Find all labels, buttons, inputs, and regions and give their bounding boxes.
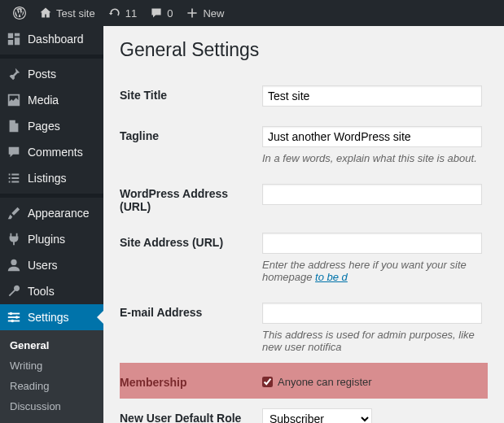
menu-listings[interactable]: Listings (0, 165, 103, 191)
page-title: General Settings (120, 39, 488, 61)
menu-label: Pages (28, 120, 60, 133)
svg-point-4 (10, 312, 13, 316)
brush-icon (7, 206, 21, 220)
update-icon (108, 7, 121, 20)
menu-label: Dashboard (28, 33, 84, 46)
wp-logo[interactable] (7, 7, 33, 20)
comments-count: 0 (167, 7, 173, 20)
row-tagline: Tagline In a few words, explain what thi… (120, 116, 488, 174)
svg-point-0 (11, 259, 16, 265)
comment-icon (150, 7, 163, 20)
label-email: E-mail Address (120, 303, 262, 319)
new-link[interactable]: New (179, 7, 230, 20)
plug-icon (7, 232, 21, 246)
menu-comments[interactable]: Comments (0, 139, 103, 165)
menu-media[interactable]: Media (0, 87, 103, 113)
admin-sidebar: Dashboard Posts Media Pages Comments Lis… (0, 26, 103, 423)
submenu-media[interactable]: Media (0, 416, 103, 423)
submenu-reading[interactable]: Reading (0, 376, 103, 396)
cb-label-membership: Anyone can register (278, 376, 372, 388)
home-icon (39, 7, 52, 20)
menu-users[interactable]: Users (0, 252, 103, 278)
link-site-url-help[interactable]: to be d (315, 271, 348, 283)
label-wp-url: WordPress Address (URL) (120, 184, 262, 213)
select-default-role[interactable]: Subscriber (262, 408, 372, 423)
menu-label: Settings (28, 311, 69, 324)
desc-email: This address is used for admin purposes,… (262, 329, 488, 353)
input-tagline[interactable] (262, 126, 482, 147)
media-icon (7, 93, 21, 107)
menu-appearance[interactable]: Appearance (0, 200, 103, 226)
main-content: General Settings Site Title Tagline In a… (103, 26, 504, 423)
dashboard-icon (7, 32, 21, 46)
menu-tools[interactable]: Tools (0, 278, 103, 304)
menu-separator (0, 55, 103, 59)
label-site-title: Site Title (120, 85, 262, 102)
submenu-writing[interactable]: Writing (0, 355, 103, 376)
comments-icon (7, 145, 21, 159)
pin-icon (7, 67, 21, 81)
menu-posts[interactable]: Posts (0, 61, 103, 87)
page-icon (7, 119, 21, 133)
admin-bar: Test site 11 0 New (0, 0, 504, 26)
label-membership: Membership (120, 373, 262, 389)
menu-label: Comments (28, 146, 83, 159)
wrench-icon (7, 284, 21, 299)
plus-icon (186, 7, 199, 20)
new-label: New (203, 7, 224, 20)
label-site-url: Site Address (URL) (120, 233, 262, 249)
row-site-title: Site Title (120, 76, 488, 116)
input-site-title[interactable] (262, 85, 482, 107)
updates-count: 11 (125, 7, 137, 20)
svg-point-5 (15, 316, 19, 319)
site-link[interactable]: Test site (33, 7, 102, 20)
submenu-discussion[interactable]: Discussion (0, 396, 103, 416)
input-wp-url[interactable] (262, 184, 482, 205)
input-site-url[interactable] (262, 233, 482, 254)
menu-plugins[interactable]: Plugins (0, 226, 103, 252)
label-tagline: Tagline (120, 126, 262, 142)
updates-link[interactable]: 11 (102, 7, 143, 20)
settings-icon (7, 310, 21, 325)
menu-dashboard[interactable]: Dashboard (0, 26, 103, 52)
wordpress-icon (13, 7, 26, 20)
menu-label: Appearance (28, 207, 90, 220)
menu-pages[interactable]: Pages (0, 113, 103, 139)
user-icon (7, 258, 21, 273)
comments-link[interactable]: 0 (143, 7, 179, 20)
menu-label: Media (28, 94, 59, 107)
menu-label: Tools (28, 285, 55, 298)
row-email: E-mail Address This address is used for … (120, 293, 488, 363)
list-icon (7, 171, 21, 185)
menu-settings[interactable]: Settings (0, 304, 103, 330)
menu-separator (0, 194, 103, 198)
input-email[interactable] (262, 303, 482, 324)
row-default-role: New User Default Role Subscriber (120, 399, 488, 423)
row-wp-url: WordPress Address (URL) (120, 174, 488, 223)
checkbox-membership[interactable] (262, 377, 273, 387)
menu-label: Users (28, 259, 58, 272)
menu-label: Listings (28, 172, 66, 185)
menu-label: Plugins (28, 233, 65, 246)
submenu-general[interactable]: General (0, 335, 103, 355)
site-name: Test site (56, 7, 95, 20)
label-default-role: New User Default Role (120, 408, 262, 423)
settings-submenu: General Writing Reading Discussion Media… (0, 330, 103, 423)
desc-site-url: Enter the address here if you want your … (262, 259, 488, 283)
desc-tagline: In a few words, explain what this site i… (262, 152, 488, 164)
svg-point-6 (11, 320, 14, 323)
menu-label: Posts (28, 68, 56, 81)
row-site-url: Site Address (URL) Enter the address her… (120, 223, 488, 293)
row-membership: Membership Anyone can register (120, 363, 488, 399)
